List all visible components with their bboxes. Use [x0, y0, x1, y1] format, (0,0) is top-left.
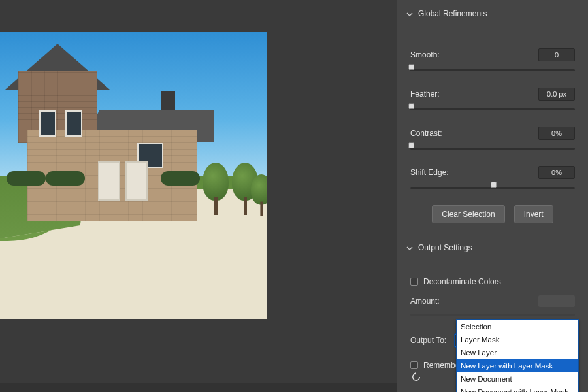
feather-label: Feather: — [410, 90, 538, 99]
feather-value[interactable]: 0.0 px — [538, 88, 575, 101]
amount-slider — [410, 310, 575, 319]
amount-value — [538, 295, 575, 307]
preview-canvas[interactable] — [0, 32, 267, 319]
section-title: Global Refinements — [418, 9, 487, 18]
output-to-option[interactable]: Layer Mask — [457, 333, 578, 346]
output-to-option[interactable]: New Layer — [457, 346, 578, 359]
output-to-option[interactable]: New Document — [457, 372, 578, 385]
contrast-slider[interactable] — [410, 144, 575, 153]
output-to-label: Output To: — [410, 336, 446, 345]
smooth-row: Smooth: 0 — [410, 48, 575, 61]
output-to-option[interactable]: New Document with Layer Mask — [457, 385, 578, 392]
preview-image — [0, 32, 267, 319]
properties-panel: Global Refinements Smooth: 0 Feather: 0.… — [397, 0, 588, 392]
section-header-global-refinements[interactable]: Global Refinements — [406, 9, 579, 18]
shift-edge-value[interactable]: 0% — [538, 166, 575, 179]
contrast-label: Contrast: — [410, 129, 538, 138]
shift-edge-row: Shift Edge: 0% — [410, 166, 575, 179]
chevron-down-icon — [406, 244, 413, 251]
output-to-option[interactable]: New Layer with Layer Mask — [457, 359, 578, 372]
decontaminate-label: Decontaminate Colors — [423, 277, 501, 286]
shift-edge-slider[interactable] — [410, 183, 575, 192]
output-to-dropdown[interactable]: SelectionLayer MaskNew LayerNew Layer wi… — [456, 319, 579, 392]
feather-slider[interactable] — [410, 105, 575, 114]
decontaminate-colors-row[interactable]: Decontaminate Colors — [410, 277, 579, 286]
reset-icon[interactable] — [409, 370, 423, 384]
section-header-output-settings[interactable]: Output Settings — [406, 243, 579, 252]
feather-row: Feather: 0.0 px — [410, 88, 575, 101]
chevron-down-icon — [406, 10, 413, 17]
smooth-value[interactable]: 0 — [538, 48, 575, 61]
shift-edge-label: Shift Edge: — [410, 168, 538, 177]
smooth-slider[interactable] — [410, 65, 575, 74]
amount-row: Amount: — [410, 295, 575, 307]
refine-button-row: Clear Selection Invert — [406, 205, 579, 223]
canvas-area — [0, 0, 397, 392]
contrast-row: Contrast: 0% — [410, 127, 575, 140]
canvas-footer-strip — [0, 383, 397, 392]
contrast-value[interactable]: 0% — [538, 127, 575, 140]
output-to-option[interactable]: Selection — [457, 320, 578, 333]
app-root: Global Refinements Smooth: 0 Feather: 0.… — [0, 0, 588, 392]
smooth-label: Smooth: — [410, 50, 538, 59]
section-title: Output Settings — [418, 243, 472, 252]
clear-selection-button[interactable]: Clear Selection — [432, 205, 504, 223]
decontaminate-checkbox[interactable] — [410, 278, 418, 286]
invert-button[interactable]: Invert — [514, 205, 553, 223]
remember-checkbox[interactable] — [410, 361, 418, 369]
amount-label: Amount: — [410, 297, 538, 306]
